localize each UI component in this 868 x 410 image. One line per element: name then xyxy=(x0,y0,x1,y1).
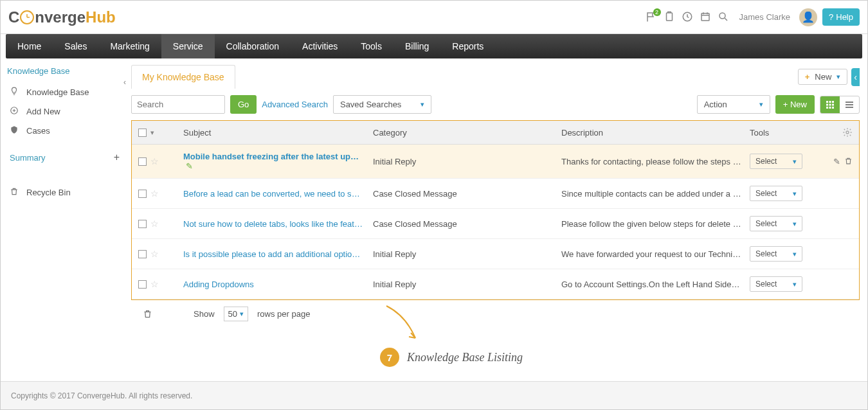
star-icon[interactable]: ☆ xyxy=(150,188,159,199)
description-cell: Since multiple contacts can be added und… xyxy=(561,189,741,199)
sidebar-collapse-icon[interactable]: ‹ xyxy=(123,78,126,87)
description-cell: Please follow the given below steps for … xyxy=(561,219,741,229)
star-icon[interactable]: ☆ xyxy=(150,156,159,166)
toolbar: Go Advanced Search Saved Searches ▾ Acti… xyxy=(131,89,860,120)
select-dropdown[interactable]: Select▾ xyxy=(750,186,802,201)
nav-activities[interactable]: Activities xyxy=(291,34,349,58)
tab-my-kb[interactable]: My Knowledge Base xyxy=(131,65,235,89)
edit-icon[interactable]: ✎ xyxy=(833,157,840,166)
list-view-button[interactable] xyxy=(840,96,859,113)
row-checkbox[interactable] xyxy=(138,220,147,228)
star-icon[interactable]: ☆ xyxy=(150,279,159,289)
edit-icon[interactable]: ✎ xyxy=(186,161,193,171)
advanced-search-link[interactable]: Advanced Search xyxy=(262,100,328,109)
svg-rect-15 xyxy=(832,107,834,109)
go-button[interactable]: Go xyxy=(230,95,257,114)
calendar-icon[interactable] xyxy=(700,11,712,24)
username-label[interactable]: James Clarke xyxy=(739,12,790,22)
clock-icon[interactable] xyxy=(682,11,694,24)
rows-label: rows per page xyxy=(257,309,310,319)
nav-billing[interactable]: Billing xyxy=(393,34,440,58)
category-cell: Case Closed Message xyxy=(373,219,561,229)
table-footer: Show 50 ▾ rows per page xyxy=(131,300,860,328)
sidebar-item-cases[interactable]: Cases xyxy=(7,121,122,140)
logo-hub: Hub xyxy=(86,8,116,26)
select-dropdown[interactable]: Select▾ xyxy=(750,276,802,292)
saved-searches-dropdown[interactable]: Saved Searches ▾ xyxy=(333,95,431,114)
rows-value: 50 xyxy=(228,309,237,319)
new-label: New xyxy=(815,72,831,82)
saved-label: Saved Searches xyxy=(340,100,401,109)
svg-rect-2 xyxy=(666,13,672,21)
gear-icon[interactable] xyxy=(842,127,853,138)
new-button[interactable]: + New xyxy=(775,95,815,114)
view-toggle xyxy=(820,96,860,114)
sidebar-item-add-new[interactable]: Add New xyxy=(7,102,122,121)
new-dropdown[interactable]: + New ▾ xyxy=(798,69,848,85)
search-input[interactable] xyxy=(131,95,225,114)
show-label: Show xyxy=(194,309,215,319)
col-description[interactable]: Description xyxy=(561,128,750,138)
sidebar-item-label: Cases xyxy=(26,126,50,136)
help-label: Help xyxy=(836,12,853,22)
col-category[interactable]: Category xyxy=(373,128,561,138)
category-cell: Initial Reply xyxy=(373,249,561,259)
table-row: ☆Mobile handset freezing after the lates… xyxy=(132,145,859,179)
select-all-checkbox[interactable] xyxy=(138,129,147,137)
description-cell: Thanks for contacting, please follow the… xyxy=(561,157,741,166)
select-dropdown[interactable]: Select▾ xyxy=(750,154,802,169)
expand-pill[interactable]: ‹ xyxy=(851,68,860,86)
sidebar-item-knowledge-base[interactable]: Knowledge Base xyxy=(7,82,122,102)
category-cell: Initial Reply xyxy=(373,157,561,166)
trash-icon[interactable] xyxy=(143,309,152,319)
nav-reports[interactable]: Reports xyxy=(440,34,495,58)
row-checkbox[interactable] xyxy=(138,250,147,258)
main-nav: HomeSalesMarketingServiceCollaborationAc… xyxy=(6,34,862,58)
svg-point-19 xyxy=(846,131,849,134)
subject-link[interactable]: Before a lead can be converted, we need … xyxy=(183,189,363,199)
chevron-down-icon[interactable]: ▾ xyxy=(150,129,154,137)
row-checkbox[interactable] xyxy=(138,280,147,289)
subject-link[interactable]: Not sure how to delete tabs, looks like … xyxy=(183,219,363,229)
sidebar-title[interactable]: Knowledge Base xyxy=(7,66,122,76)
clipboard-icon[interactable] xyxy=(664,11,676,24)
col-subject[interactable]: Subject xyxy=(183,128,373,138)
chevron-down-icon: ▾ xyxy=(793,280,797,289)
chevron-down-icon: ▾ xyxy=(240,310,244,318)
row-checkbox[interactable] xyxy=(138,190,147,198)
flag-icon[interactable]: 2 xyxy=(646,11,658,24)
subject-link[interactable]: Mobile handset freezing after the latest… xyxy=(183,152,363,161)
col-tools[interactable]: Tools xyxy=(750,128,820,138)
avatar[interactable]: 👤 xyxy=(799,8,817,26)
search-icon[interactable] xyxy=(718,11,730,24)
nav-home[interactable]: Home xyxy=(6,34,53,58)
logo[interactable]: C nverge Hub xyxy=(8,8,116,26)
row-checkbox[interactable] xyxy=(138,157,147,166)
select-dropdown[interactable]: Select▾ xyxy=(750,216,802,231)
star-icon[interactable]: ☆ xyxy=(150,218,159,229)
sidebar-recycle[interactable]: Recycle Bin xyxy=(7,183,122,202)
help-button[interactable]: ? Help xyxy=(822,8,860,26)
rows-per-page-dropdown[interactable]: 50 ▾ xyxy=(224,307,248,321)
action-dropdown[interactable]: Action ▾ xyxy=(697,95,770,114)
svg-rect-13 xyxy=(826,107,828,109)
star-icon[interactable]: ☆ xyxy=(150,249,159,259)
nav-service[interactable]: Service xyxy=(161,34,215,58)
header-bar: C nverge Hub 2 James Clarke 👤 ? Help xyxy=(1,1,867,34)
subject-link[interactable]: Is it possible please to add an addition… xyxy=(183,249,363,259)
nav-collaboration[interactable]: Collaboration xyxy=(215,34,291,58)
nav-tools[interactable]: Tools xyxy=(349,34,393,58)
sidebar-summary[interactable]: Summary + xyxy=(7,148,122,167)
footer: Copyrights © 2017 ConvergeHub. All right… xyxy=(1,381,867,409)
select-dropdown[interactable]: Select▾ xyxy=(750,246,802,262)
nav-marketing[interactable]: Marketing xyxy=(98,34,161,58)
grid-view-button[interactable] xyxy=(820,96,840,113)
nav-sales[interactable]: Sales xyxy=(53,34,98,58)
plus-icon[interactable]: + xyxy=(114,152,120,163)
annotation-number: 7 xyxy=(380,348,399,367)
logo-letter: C xyxy=(8,8,19,26)
description-cell: Go to Account Settings.On the Left Hand … xyxy=(561,280,741,289)
chevron-down-icon: ▾ xyxy=(420,100,424,109)
delete-icon[interactable] xyxy=(844,157,853,166)
subject-link[interactable]: Adding Dropdowns xyxy=(183,280,363,289)
